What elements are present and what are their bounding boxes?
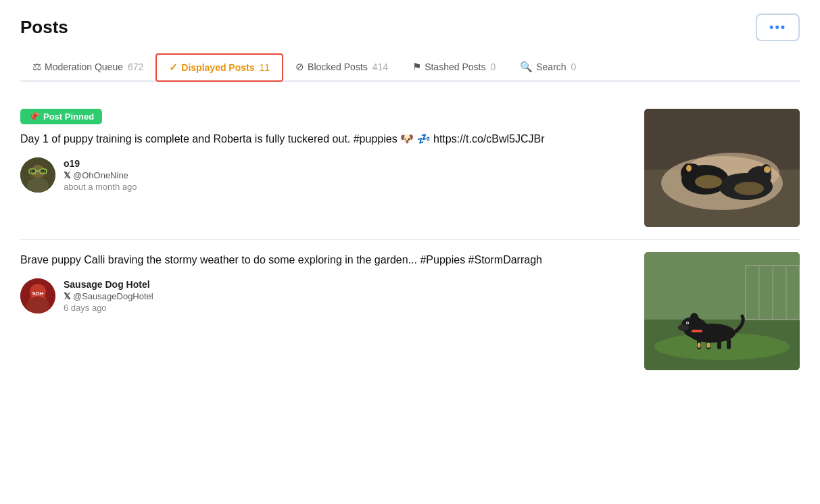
- pinned-label: Post Pinned: [43, 111, 94, 122]
- tab-icon-blocked-posts: ⊘: [295, 61, 304, 73]
- tab-icon-search: 🔍: [520, 61, 533, 73]
- tabs-bar: ⚖ Moderation Queue 672 ✓ Displayed Posts…: [20, 53, 800, 82]
- svg-point-26: [26, 297, 49, 313]
- author-handle: 𝕏 @OhOneNine: [64, 170, 137, 180]
- x-logo-icon: 𝕏: [64, 170, 70, 180]
- author-avatar: [20, 157, 55, 193]
- svg-rect-5: [30, 175, 45, 178]
- author-info: Sausage Dog Hotel 𝕏 @SausageDogHotel 6 d…: [64, 279, 153, 313]
- post-text: Brave puppy Calli braving the stormy wea…: [20, 252, 631, 269]
- tab-icon-moderation-queue: ⚖: [32, 61, 41, 73]
- tab-label-blocked-posts: Blocked Posts: [308, 61, 368, 72]
- tab-displayed-posts[interactable]: ✓ Displayed Posts 11: [155, 53, 283, 82]
- tab-count-moderation-queue: 672: [128, 61, 143, 72]
- svg-point-23: [734, 182, 764, 195]
- author-time: 6 days ago: [64, 303, 153, 313]
- tab-moderation-queue[interactable]: ⚖ Moderation Queue 672: [20, 54, 155, 80]
- page-header: Posts •••: [20, 14, 800, 41]
- svg-point-42: [690, 313, 699, 328]
- post-content-area: 📌 Post Pinned Day 1 of puppy training is…: [20, 109, 631, 193]
- post-text: Day 1 of puppy training is complete and …: [20, 131, 631, 148]
- svg-text:SDH: SDH: [32, 291, 44, 297]
- tab-label-stashed-posts: Stashed Posts: [425, 61, 485, 72]
- author-handle: 𝕏 @SausageDogHotel: [64, 291, 153, 301]
- post-list: 📌 Post Pinned Day 1 of puppy training is…: [20, 97, 800, 382]
- tab-label-displayed-posts: Displayed Posts: [181, 62, 254, 73]
- post-content-area: Brave puppy Calli braving the stormy wea…: [20, 252, 631, 313]
- pinned-badge: 📌 Post Pinned: [20, 109, 102, 124]
- post-inner: Brave puppy Calli braving the stormy wea…: [20, 252, 800, 370]
- page-title: Posts: [20, 17, 68, 38]
- author-avatar: SDH: [20, 278, 55, 313]
- pin-icon: 📌: [28, 111, 39, 122]
- svg-point-48: [698, 343, 701, 348]
- post-author: SDH Sausage Dog Hotel 𝕏 @SausageDogHotel…: [20, 278, 631, 313]
- post-image: [644, 109, 800, 227]
- author-time: about a month ago: [64, 182, 137, 192]
- tab-label-moderation-queue: Moderation Queue: [45, 61, 123, 72]
- post-item: Brave puppy Calli braving the stormy wea…: [20, 240, 800, 382]
- svg-point-49: [707, 343, 710, 348]
- x-logo-icon: 𝕏: [64, 291, 70, 301]
- svg-point-22: [695, 175, 722, 188]
- svg-point-41: [687, 322, 688, 324]
- tab-blocked-posts[interactable]: ⊘ Blocked Posts 414: [283, 54, 400, 80]
- svg-rect-29: [644, 252, 800, 320]
- tab-label-search: Search: [536, 61, 566, 72]
- svg-rect-46: [727, 338, 731, 349]
- svg-point-21: [764, 166, 771, 173]
- tab-stashed-posts[interactable]: ⚑ Stashed Posts 0: [400, 54, 508, 80]
- svg-rect-45: [717, 340, 721, 349]
- tab-count-blocked-posts: 414: [372, 61, 388, 72]
- author-info: o19 𝕏 @OhOneNine about a month ago: [64, 158, 137, 192]
- post-image: [644, 252, 800, 370]
- post-author: o19 𝕏 @OhOneNine about a month ago: [20, 157, 631, 193]
- svg-point-17: [686, 165, 692, 172]
- post-inner: 📌 Post Pinned Day 1 of puppy training is…: [20, 109, 800, 227]
- tab-icon-stashed-posts: ⚑: [412, 61, 421, 73]
- svg-point-39: [678, 324, 689, 331]
- more-options-button[interactable]: •••: [756, 14, 800, 41]
- tab-count-stashed-posts: 0: [490, 61, 496, 72]
- tab-count-search: 0: [571, 61, 577, 72]
- author-name: o19: [64, 158, 137, 169]
- author-name: Sausage Dog Hotel: [64, 279, 153, 290]
- post-item: 📌 Post Pinned Day 1 of puppy training is…: [20, 97, 800, 240]
- tab-search[interactable]: 🔍 Search 0: [508, 54, 588, 80]
- tab-icon-displayed-posts: ✓: [169, 61, 178, 74]
- svg-rect-47: [692, 330, 702, 332]
- tab-count-displayed-posts: 11: [259, 62, 270, 73]
